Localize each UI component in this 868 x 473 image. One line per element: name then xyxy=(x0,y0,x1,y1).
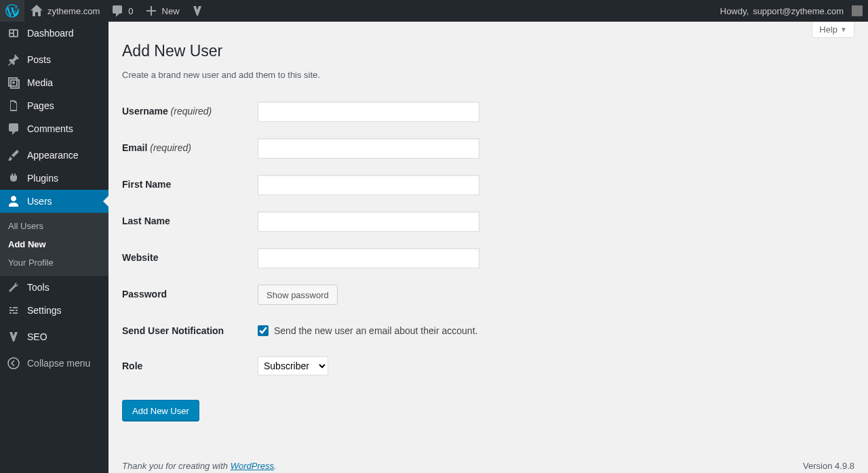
submenu-your-profile[interactable]: Your Profile xyxy=(0,253,108,272)
plus-icon xyxy=(144,4,158,18)
footer-thanks-prefix: Thank you for creating with xyxy=(122,461,231,471)
comments-link[interactable]: 0 xyxy=(105,0,138,22)
avatar-icon xyxy=(852,5,863,16)
site-name-text: zytheme.com xyxy=(47,6,100,16)
sidebar-label-media: Media xyxy=(27,77,53,88)
sidebar-item-users[interactable]: Users xyxy=(0,190,108,213)
admin-bar: zytheme.com 0 New Howdy, support@zytheme… xyxy=(0,0,868,22)
label-email: Email xyxy=(122,142,147,153)
new-content-label: New xyxy=(162,6,180,16)
howdy-prefix: Howdy, xyxy=(720,6,749,16)
seo-toolbar-link[interactable] xyxy=(185,0,210,22)
my-account-link[interactable]: Howdy, support@zytheme.com xyxy=(715,0,868,22)
sidebar-label-pages: Pages xyxy=(27,100,54,111)
seo-menu-icon xyxy=(7,330,20,344)
email-input[interactable] xyxy=(258,138,479,159)
sidebar-item-comments[interactable]: Comments xyxy=(0,117,108,140)
sidebar-item-posts[interactable]: Posts xyxy=(0,48,108,71)
home-icon xyxy=(30,4,43,18)
website-input[interactable] xyxy=(258,248,479,268)
sidebar-item-media[interactable]: Media xyxy=(0,71,108,94)
wordpress-icon xyxy=(5,4,19,18)
new-content-link[interactable]: New xyxy=(139,0,185,22)
comments-count: 0 xyxy=(128,6,133,16)
collapse-icon xyxy=(7,356,20,370)
sidebar-label-settings: Settings xyxy=(27,305,62,316)
svg-point-1 xyxy=(8,358,19,369)
help-label: Help xyxy=(819,24,837,35)
first-name-input[interactable] xyxy=(258,175,479,195)
label-notification: Send User Notification xyxy=(122,325,224,336)
required-hint: (required) xyxy=(171,106,212,117)
page-title: Add New User xyxy=(122,42,854,60)
username-input[interactable] xyxy=(258,102,479,122)
site-name-link[interactable]: zytheme.com xyxy=(24,0,105,22)
sidebar-label-seo: SEO xyxy=(27,331,47,342)
last-name-input[interactable] xyxy=(258,211,479,232)
sidebar-item-tools[interactable]: Tools xyxy=(0,276,108,299)
sidebar-label-comments: Comments xyxy=(27,123,73,134)
submenu-all-users[interactable]: All Users xyxy=(0,217,108,235)
help-tab[interactable]: Help ▼ xyxy=(812,22,854,38)
howdy-user: support@zytheme.com xyxy=(753,6,844,16)
role-select[interactable]: Subscriber xyxy=(258,356,328,375)
show-password-button[interactable]: Show password xyxy=(258,285,338,305)
notification-checkbox-label[interactable]: Send the new user an email about their a… xyxy=(258,325,848,336)
submenu-add-new[interactable]: Add New xyxy=(0,235,108,253)
required-hint: (required) xyxy=(150,142,191,153)
footer-thanks-suffix: . xyxy=(274,461,277,471)
chevron-down-icon: ▼ xyxy=(840,26,847,33)
brush-icon xyxy=(7,148,20,162)
collapse-label: Collapse menu xyxy=(27,358,90,369)
sidebar-label-tools: Tools xyxy=(27,282,50,293)
wrench-icon xyxy=(7,281,20,294)
wordpress-link[interactable]: WordPress xyxy=(231,461,274,471)
page-description: Create a brand new user and add them to … xyxy=(122,70,854,80)
label-website: Website xyxy=(122,252,158,263)
collapse-menu[interactable]: Collapse menu xyxy=(0,352,108,375)
label-password: Password xyxy=(122,289,167,300)
sidebar-item-dashboard[interactable]: Dashboard xyxy=(0,22,108,45)
user-icon xyxy=(7,194,20,208)
version-text: Version 4.9.8 xyxy=(803,461,854,471)
sidebar-label-posts: Posts xyxy=(27,54,51,65)
sidebar-item-seo[interactable]: SEO xyxy=(0,325,108,348)
sidebar-item-appearance[interactable]: Appearance xyxy=(0,144,108,167)
notification-checkbox[interactable] xyxy=(258,325,269,336)
sidebar-label-users: Users xyxy=(27,196,52,207)
wp-logo-menu[interactable] xyxy=(0,0,24,22)
comment-icon xyxy=(111,4,124,18)
seo-icon xyxy=(191,4,204,18)
add-new-user-button[interactable]: Add New User xyxy=(122,400,199,421)
label-username: Username xyxy=(122,106,168,117)
footer: Thank you for creating with WordPress. V… xyxy=(108,449,868,473)
svg-point-0 xyxy=(12,81,15,84)
admin-sidebar: Dashboard Posts Media Pages Comments App… xyxy=(0,22,108,473)
content-wrap: Help ▼ Add New User Create a brand new u… xyxy=(108,0,868,473)
notification-text: Send the new user an email about their a… xyxy=(274,325,477,336)
sidebar-label-dashboard: Dashboard xyxy=(27,28,74,39)
sidebar-submenu-users: All Users Add New Your Profile xyxy=(0,213,108,276)
sidebar-item-plugins[interactable]: Plugins xyxy=(0,167,108,190)
comments-icon xyxy=(7,122,20,136)
sidebar-label-appearance: Appearance xyxy=(27,150,79,161)
pin-icon xyxy=(7,53,20,66)
label-role: Role xyxy=(122,361,142,371)
plugin-icon xyxy=(7,171,20,185)
sidebar-item-pages[interactable]: Pages xyxy=(0,94,108,117)
form-table: Username (required) Email (required) Fir… xyxy=(122,94,854,384)
label-first-name: First Name xyxy=(122,179,171,190)
dashboard-icon xyxy=(7,26,20,40)
media-icon xyxy=(7,76,20,89)
label-last-name: Last Name xyxy=(122,215,170,226)
page-icon xyxy=(7,99,20,112)
sidebar-label-plugins: Plugins xyxy=(27,173,58,184)
sliders-icon xyxy=(7,304,20,317)
sidebar-item-settings[interactable]: Settings xyxy=(0,299,108,322)
